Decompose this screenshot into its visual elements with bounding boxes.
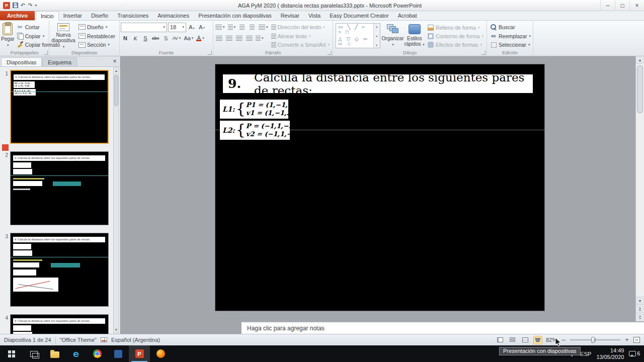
- undo-icon[interactable]: ↶: [21, 3, 25, 8]
- spellcheck-icon[interactable]: [101, 337, 107, 342]
- line-spacing-button[interactable]: ▾: [258, 23, 269, 32]
- tab-transiciones[interactable]: Transiciones: [113, 11, 153, 20]
- app-button[interactable]: [108, 345, 129, 362]
- slide-canvas[interactable]: 9. Calcula la distancia entre los siguie…: [215, 64, 544, 311]
- shape-effects-button[interactable]: Efectos de formas▾: [425, 41, 486, 49]
- zoom-slider-thumb[interactable]: [591, 337, 595, 343]
- select-button[interactable]: Seleccionar▾: [488, 40, 533, 49]
- shape-outline-button[interactable]: Contorno de forma▾: [425, 32, 486, 40]
- scroll-up-icon[interactable]: ▲: [115, 68, 118, 74]
- tab-revisar[interactable]: Revisar: [276, 11, 304, 20]
- clock[interactable]: 14:49 13/05/2020: [596, 347, 624, 360]
- chrome-button[interactable]: [87, 345, 108, 362]
- dialog-launcher-icon[interactable]: [44, 51, 48, 55]
- dialog-launcher-icon[interactable]: [328, 51, 332, 55]
- firefox-button[interactable]: [150, 345, 171, 362]
- gallery-more-icon[interactable]: ▾: [376, 43, 377, 47]
- tab-esquema-panel[interactable]: Esquema: [42, 57, 76, 66]
- fit-to-window-icon[interactable]: [633, 337, 640, 343]
- dialog-launcher-icon[interactable]: [481, 51, 486, 55]
- shrink-font-button[interactable]: A▾: [197, 23, 206, 32]
- slide-thumbnail-1[interactable]: 1 9. Calcula la distancia entre los sigu…: [1, 70, 112, 144]
- scroll-down-icon[interactable]: ▾: [376, 34, 377, 38]
- next-slide-button[interactable]: ▼▼: [636, 313, 644, 321]
- find-button[interactable]: Buscar: [488, 23, 533, 32]
- increase-indent-button[interactable]: [248, 23, 257, 32]
- slide-title-placeholder[interactable]: 9. Calcula la distancia entre los siguie…: [223, 74, 533, 93]
- line2-textbox[interactable]: L2: { P = (−1,1,−2)v2 = (−1,1,−2): [220, 121, 290, 140]
- thumbnails-scrollbar[interactable]: ▲ ▼: [113, 67, 119, 333]
- thumbnail-canvas[interactable]: 9. Calcula la distancia entre los siguie…: [10, 233, 109, 307]
- replace-button[interactable]: abReemplazar▾: [488, 32, 533, 41]
- slide-thumbnail-3[interactable]: 3 9. Calcula la distancia entre los sigu…: [1, 233, 112, 307]
- tab-vista[interactable]: Vista: [304, 11, 325, 20]
- slide-thumbnail-2[interactable]: 2 9. Calcula la distancia entre los sigu…: [1, 151, 112, 225]
- tab-easy-document-creator[interactable]: Easy Document Creator: [325, 11, 393, 20]
- tab-diapositivas-panel[interactable]: Diapositivas: [1, 57, 42, 66]
- tab-insertar[interactable]: Insertar: [59, 11, 87, 20]
- text-direction-button[interactable]: Dirección del texto▾: [269, 23, 332, 32]
- slideshow-view-button[interactable]: [533, 336, 542, 344]
- scrollbar-thumb[interactable]: [114, 75, 118, 106]
- font-family-combo[interactable]: ▾: [121, 23, 167, 32]
- underline-button[interactable]: S: [141, 34, 150, 43]
- tab-animaciones[interactable]: Animaciones: [153, 11, 194, 20]
- section-button[interactable]: Sección▾: [76, 40, 117, 49]
- reset-button[interactable]: Restablecer: [76, 32, 117, 41]
- line1-textbox[interactable]: L1: { P1 = (1,−1,1)v1 = (1,−1,2): [220, 100, 288, 119]
- character-spacing-button[interactable]: AV▾: [172, 34, 182, 43]
- notes-pane[interactable]: Haga clic para agregar notas: [242, 321, 644, 334]
- bold-button[interactable]: N: [121, 34, 130, 43]
- file-explorer-button[interactable]: [44, 345, 65, 362]
- columns-button[interactable]: ▾: [255, 34, 265, 43]
- save-icon[interactable]: [13, 3, 18, 8]
- bullets-button[interactable]: ▾: [214, 23, 226, 32]
- tab-inicio[interactable]: Inicio: [36, 11, 59, 21]
- slide-thumbnail-4[interactable]: 4 9. Calcula la distancia entre los sigu…: [1, 314, 112, 334]
- strikethrough-button[interactable]: abc: [151, 34, 160, 43]
- shapes-gallery[interactable]: ▭ ╲ ╱ ⌐ ○ □ △ ▽ ◇ ⇦ ⇨ ☆ ▴ ▾ ▾: [336, 23, 380, 48]
- thumbnail-canvas[interactable]: 9. Calcula la distancia entre los siguie…: [10, 70, 109, 144]
- close-button[interactable]: ×: [629, 0, 644, 11]
- start-button[interactable]: [0, 345, 23, 362]
- font-size-combo[interactable]: 18▾: [168, 23, 186, 32]
- redo-icon[interactable]: ↷: [28, 3, 32, 8]
- zoom-in-button[interactable]: +: [624, 337, 630, 343]
- grow-font-button[interactable]: A▴: [187, 23, 196, 32]
- tab-presentacion[interactable]: Presentación con diapositivas: [194, 11, 276, 20]
- decrease-indent-button[interactable]: [237, 23, 247, 32]
- quick-styles-button[interactable]: Estilos rápidos ▾: [404, 22, 425, 49]
- justify-button[interactable]: [245, 34, 254, 43]
- edge-button[interactable]: e: [65, 345, 87, 362]
- scroll-up-icon[interactable]: ▴: [376, 25, 377, 28]
- normal-view-button[interactable]: [496, 336, 505, 344]
- thumbnail-canvas[interactable]: 9. Calcula la distancia entre los siguie…: [10, 151, 109, 225]
- align-right-button[interactable]: [234, 34, 244, 43]
- new-slide-button[interactable]: Nueva diapositiva ▾: [50, 22, 76, 49]
- thumbnail-canvas[interactable]: 9. Calcula la distancia entre los siguie…: [10, 314, 109, 334]
- qat-customize-icon[interactable]: ▾: [35, 4, 37, 7]
- editor-scrollbar[interactable]: ▲ ▼ ▲▲ ▼▼: [635, 56, 644, 321]
- italic-button[interactable]: K: [131, 34, 140, 43]
- task-view-button[interactable]: [23, 345, 44, 362]
- tab-diseno[interactable]: Diseño: [87, 11, 113, 20]
- keyboard-language[interactable]: ESP: [580, 351, 591, 357]
- convert-smartart-button[interactable]: Convertir a SmartArt▾: [269, 40, 332, 49]
- align-left-button[interactable]: [214, 34, 223, 43]
- scroll-down-icon[interactable]: ▼: [115, 327, 118, 333]
- powerpoint-taskbar-button[interactable]: P: [129, 345, 150, 362]
- shape-fill-button[interactable]: Relleno de forma▾: [425, 23, 486, 32]
- panel-close-icon[interactable]: ×: [110, 56, 119, 66]
- shapes-gallery-scrollbar[interactable]: ▴ ▾ ▾: [373, 24, 380, 48]
- minimize-button[interactable]: –: [600, 0, 615, 11]
- language-indicator[interactable]: Español (Argentina): [111, 337, 160, 343]
- arrange-button[interactable]: Organizar ▾: [382, 22, 404, 49]
- scrollbar-thumb[interactable]: [637, 65, 643, 113]
- text-shadow-button[interactable]: S: [162, 34, 171, 43]
- font-color-button[interactable]: A▾: [195, 34, 205, 43]
- align-center-button[interactable]: [224, 34, 233, 43]
- reading-view-button[interactable]: [521, 336, 530, 344]
- dialog-launcher-icon[interactable]: [208, 51, 212, 55]
- tab-acrobat[interactable]: Acrobat: [393, 11, 422, 20]
- slide-sorter-view-button[interactable]: [508, 336, 517, 344]
